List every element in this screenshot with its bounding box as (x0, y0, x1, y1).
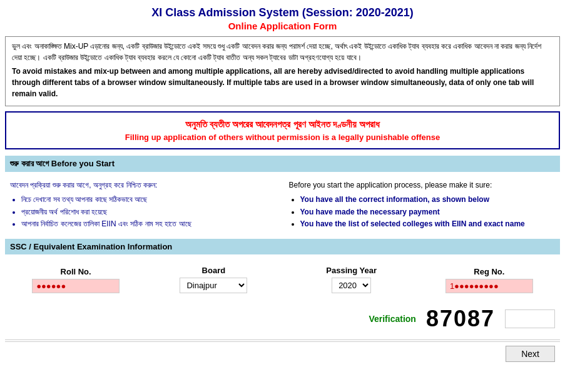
ssc-section-header: SSC / Equivalent Examination Information (5, 239, 560, 254)
before-start-right: Before you start the application process… (289, 179, 556, 230)
warning-box: অনুমতি ব্যতীত অপরের আবেদনপত্র পূরণ আইনত … (5, 111, 560, 149)
before-start-left-intro: আবেদন প্রক্রিয়া শুরু করার আগে, অনুগ্রহ … (10, 179, 277, 191)
warning-english: Filling up application of others without… (13, 133, 552, 142)
notice-box: ভুল এবং অনাকাঙ্ক্ষিত Mix-UP এড়ানোর জন্য… (5, 36, 560, 106)
board-group: Board Dhaka Chittagong Rajshahi Jessore … (148, 266, 279, 293)
reg-label: Reg No. (474, 267, 504, 276)
ssc-section: SSC / Equivalent Examination Information… (5, 239, 560, 366)
list-item: আপনার নির্বাচিত কলেজের তালিকা EIIN এবং স… (21, 218, 277, 230)
ssc-form-row: Roll No. Board Dhaka Chittagong Rajshahi… (5, 259, 560, 299)
footer-divider (5, 339, 560, 340)
notice-bengali: ভুল এবং অনাকাঙ্ক্ষিত Mix-UP এড়ানোর জন্য… (12, 41, 553, 63)
captcha-input[interactable] (505, 309, 555, 328)
before-start-content: আবেদন প্রক্রিয়া শুরু করার আগে, অনুগ্রহ … (5, 177, 560, 233)
passing-year-group: Passing Year 2019 2020 2021 (286, 266, 417, 293)
roll-input[interactable] (32, 279, 120, 293)
before-start-header: শুরু করার আগে Before you Start (5, 156, 560, 172)
passing-year-select[interactable]: 2019 2020 2021 (332, 278, 371, 293)
header-subtitle: Online Application Form (5, 21, 560, 31)
reg-group: Reg No. (424, 267, 555, 293)
before-start-left: আবেদন প্রক্রিয়া শুরু করার আগে, অনুগ্রহ … (10, 179, 277, 230)
reg-input[interactable] (445, 279, 533, 293)
page-wrapper: XI Class Admission System (Session: 2020… (0, 0, 565, 392)
list-item: নিচে দেখানো সব তথ্য আপনার কাছে সঠিকভাবে … (21, 194, 277, 206)
before-start-right-intro: Before you start the application process… (289, 179, 556, 191)
list-item: প্রয়োজনীয় অর্থ পরিশোধ করা হয়েছে (21, 206, 277, 218)
before-start-right-list: You have all the correct information, as… (300, 194, 556, 230)
captcha-number: 87087 (426, 306, 495, 332)
board-label: Board (202, 266, 226, 275)
next-button[interactable]: Next (506, 346, 555, 362)
before-start-left-list: নিচে দেখানো সব তথ্য আপনার কাছে সঠিকভাবে … (21, 194, 277, 230)
verification-label: Verification (369, 314, 415, 324)
list-item: You have made the necessary payment (300, 206, 556, 218)
next-row: Next (5, 341, 560, 366)
list-item: You have all the correct information, as… (300, 194, 556, 206)
board-select[interactable]: Dhaka Chittagong Rajshahi Jessore Comill… (180, 278, 247, 293)
warning-bengali: অনুমতি ব্যতীত অপরের আবেদনপত্র পূরণ আইনত … (13, 119, 552, 130)
notice-english: To avoid mistakes and mix-up between and… (12, 66, 553, 99)
roll-group: Roll No. (10, 267, 141, 293)
roll-label: Roll No. (61, 267, 91, 276)
header-title: XI Class Admission System (Session: 2020… (5, 5, 560, 21)
verification-area: Verification 87087 (5, 299, 560, 338)
passing-year-label: Passing Year (326, 266, 377, 275)
list-item: You have the list of selected colleges w… (300, 218, 556, 230)
